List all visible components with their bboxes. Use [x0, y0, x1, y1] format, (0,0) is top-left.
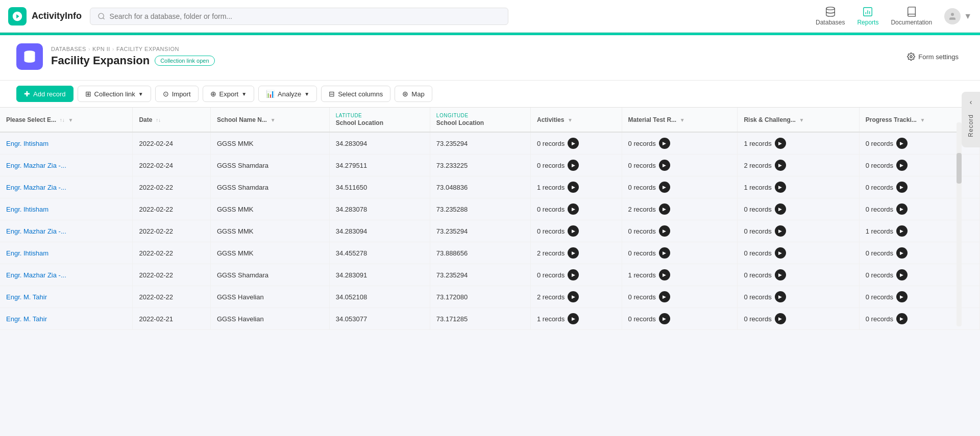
- play-button[interactable]: ▶: [659, 269, 670, 280]
- select-columns-button[interactable]: ⊟ Select columns: [321, 86, 390, 102]
- play-button[interactable]: ▶: [775, 247, 786, 259]
- app-logo-icon[interactable]: [8, 7, 27, 25]
- cell-activities[interactable]: 1 records ▶: [530, 308, 622, 330]
- collection-badge[interactable]: Collection link open: [155, 56, 214, 66]
- cell-material_test[interactable]: 0 records ▶: [622, 286, 738, 308]
- table-scrollbar[interactable]: [957, 122, 962, 326]
- filter-icon-material_test[interactable]: ▼: [678, 117, 685, 123]
- play-button[interactable]: ▶: [896, 182, 908, 193]
- record-link[interactable]: Engr. Ihtisham: [6, 249, 48, 257]
- col-header-lng[interactable]: LONGITUDESchool Location: [430, 108, 530, 132]
- play-button[interactable]: ▶: [775, 182, 786, 193]
- cell-activities[interactable]: 1 records ▶: [530, 176, 622, 198]
- play-button[interactable]: ▶: [896, 269, 908, 280]
- sort-icon-date[interactable]: ↑↓: [154, 117, 161, 123]
- play-button[interactable]: ▶: [659, 313, 670, 324]
- filter-icon-risk[interactable]: ▼: [798, 117, 804, 123]
- search-bar[interactable]: [90, 8, 508, 25]
- collection-link-button[interactable]: ⊞ Collection link ▼: [78, 86, 151, 102]
- cell-progress[interactable]: 1 records ▶: [859, 220, 979, 242]
- play-button[interactable]: ▶: [568, 313, 579, 324]
- cell-material_test[interactable]: 0 records ▶: [622, 155, 738, 176]
- play-button[interactable]: ▶: [775, 160, 786, 171]
- record-link[interactable]: Engr. Mazhar Zia -...: [6, 271, 66, 279]
- play-button[interactable]: ▶: [896, 247, 908, 259]
- cell-progress[interactable]: 0 records ▶: [859, 155, 979, 176]
- play-button[interactable]: ▶: [896, 291, 908, 302]
- cell-risk[interactable]: 0 records ▶: [738, 220, 859, 242]
- record-link[interactable]: Engr. Mazhar Zia -...: [6, 162, 66, 169]
- add-record-button[interactable]: ✚ Add record: [16, 86, 74, 102]
- record-link[interactable]: Engr. M. Tahir: [6, 293, 47, 301]
- cell-progress[interactable]: 0 records ▶: [859, 286, 979, 308]
- breadcrumb-databases[interactable]: DATABASES: [51, 46, 86, 52]
- play-button[interactable]: ▶: [568, 182, 579, 193]
- import-button[interactable]: ⊙ Import: [155, 86, 199, 102]
- search-input[interactable]: [110, 12, 501, 20]
- cell-activities[interactable]: 0 records ▶: [530, 220, 622, 242]
- cell-progress[interactable]: 0 records ▶: [859, 308, 979, 330]
- filter-icon-activities[interactable]: ▼: [566, 117, 573, 123]
- play-button[interactable]: ▶: [896, 225, 908, 237]
- cell-activities[interactable]: 2 records ▶: [530, 242, 622, 264]
- cell-activities[interactable]: 2 records ▶: [530, 286, 622, 308]
- play-button[interactable]: ▶: [775, 269, 786, 280]
- play-button[interactable]: ▶: [568, 138, 579, 149]
- sort-icon-please_select[interactable]: ↑↓: [58, 117, 65, 123]
- cell-progress[interactable]: 0 records ▶: [859, 242, 979, 264]
- play-button[interactable]: ▶: [568, 160, 579, 171]
- play-button[interactable]: ▶: [775, 203, 786, 215]
- cell-activities[interactable]: 0 records ▶: [530, 198, 622, 220]
- analyze-button[interactable]: 📊 Analyze ▼: [258, 86, 317, 102]
- nav-databases[interactable]: Databases: [816, 6, 845, 26]
- col-header-school_name[interactable]: School Name N... ▼: [210, 108, 329, 132]
- record-link[interactable]: Engr. Ihtisham: [6, 140, 48, 147]
- breadcrumb-form[interactable]: FACILITY EXPANSION: [116, 46, 179, 52]
- cell-risk[interactable]: 0 records ▶: [738, 308, 859, 330]
- col-header-date[interactable]: Date ↑↓: [133, 108, 210, 132]
- cell-risk[interactable]: 2 records ▶: [738, 155, 859, 176]
- play-button[interactable]: ▶: [775, 225, 786, 237]
- play-button[interactable]: ▶: [659, 138, 670, 149]
- cell-risk[interactable]: 0 records ▶: [738, 242, 859, 264]
- cell-risk[interactable]: 1 records ▶: [738, 132, 859, 155]
- col-header-please_select[interactable]: Please Select E... ↑↓ ▼: [0, 108, 133, 132]
- cell-progress[interactable]: 0 records ▶: [859, 198, 979, 220]
- play-button[interactable]: ▶: [568, 291, 579, 302]
- cell-risk[interactable]: 0 records ▶: [738, 198, 859, 220]
- play-button[interactable]: ▶: [896, 160, 908, 171]
- col-header-activities[interactable]: Activities ▼: [530, 108, 622, 132]
- user-area[interactable]: ▼: [944, 8, 972, 24]
- cell-activities[interactable]: 0 records ▶: [530, 264, 622, 286]
- export-button[interactable]: ⊕ Export ▼: [203, 86, 254, 102]
- play-button[interactable]: ▶: [896, 313, 908, 324]
- play-button[interactable]: ▶: [659, 182, 670, 193]
- play-button[interactable]: ▶: [568, 203, 579, 215]
- map-button[interactable]: ⊛ Map: [395, 86, 432, 102]
- cell-material_test[interactable]: 1 records ▶: [622, 264, 738, 286]
- filter-icon-please_select[interactable]: ▼: [67, 117, 74, 123]
- nav-documentation[interactable]: Documentation: [891, 6, 932, 26]
- play-button[interactable]: ▶: [659, 291, 670, 302]
- cell-material_test[interactable]: 0 records ▶: [622, 132, 738, 155]
- breadcrumb-kpn[interactable]: KPN II: [92, 46, 110, 52]
- play-button[interactable]: ▶: [775, 313, 786, 324]
- play-button[interactable]: ▶: [659, 247, 670, 259]
- play-button[interactable]: ▶: [659, 225, 670, 237]
- cell-material_test[interactable]: 2 records ▶: [622, 198, 738, 220]
- col-header-lat[interactable]: LATITUDESchool Location: [329, 108, 430, 132]
- cell-material_test[interactable]: 0 records ▶: [622, 308, 738, 330]
- right-sidebar[interactable]: ‹ Record: [962, 92, 980, 147]
- cell-material_test[interactable]: 0 records ▶: [622, 242, 738, 264]
- col-header-risk[interactable]: Risk & Challeng... ▼: [738, 108, 859, 132]
- table-wrapper[interactable]: Please Select E... ↑↓ ▼Date ↑↓School Nam…: [0, 108, 980, 436]
- play-button[interactable]: ▶: [775, 291, 786, 302]
- play-button[interactable]: ▶: [568, 247, 579, 259]
- col-header-material_test[interactable]: Material Test R... ▼: [622, 108, 738, 132]
- cell-material_test[interactable]: 0 records ▶: [622, 176, 738, 198]
- scrollbar-thumb[interactable]: [957, 153, 962, 184]
- play-button[interactable]: ▶: [568, 225, 579, 237]
- filter-icon-school_name[interactable]: ▼: [269, 117, 276, 123]
- cell-risk[interactable]: 0 records ▶: [738, 264, 859, 286]
- cell-activities[interactable]: 0 records ▶: [530, 132, 622, 155]
